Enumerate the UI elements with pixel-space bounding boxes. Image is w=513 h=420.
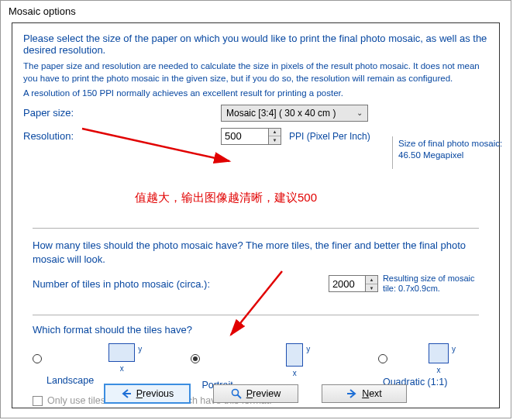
format-option-portrait[interactable]: y x Portrait bbox=[191, 343, 378, 391]
tiles-count-label: Number of tiles in photo mosaic (circa.)… bbox=[33, 278, 329, 290]
axis-x-label: x bbox=[120, 364, 124, 373]
radio-quadratic[interactable] bbox=[378, 354, 387, 363]
intro-detail-2: A resolution of 150 PPI normally achieve… bbox=[23, 88, 488, 100]
spinner-down-icon[interactable]: ▼ bbox=[269, 136, 281, 144]
resolution-unit: PPI (Pixel Per Inch) bbox=[289, 131, 370, 142]
spinner-down-icon[interactable]: ▼ bbox=[366, 284, 377, 292]
axis-x-label: x bbox=[293, 369, 297, 377]
resolution-spinner[interactable]: ▲ ▼ bbox=[221, 128, 281, 145]
resolution-input[interactable] bbox=[222, 129, 268, 144]
svg-line-3 bbox=[237, 395, 241, 399]
axis-y-label: y bbox=[306, 345, 310, 353]
paper-size-value: Mosaic [3:4] ( 30 x 40 cm ) bbox=[226, 108, 336, 119]
preview-button[interactable]: Preview bbox=[213, 384, 298, 403]
dialog-title: Mosaic options bbox=[1, 1, 511, 22]
intro-main: Please select the size of the paper on w… bbox=[23, 33, 488, 56]
next-button[interactable]: Next bbox=[322, 384, 407, 403]
arrow-right-icon bbox=[346, 388, 357, 399]
axis-y-label: y bbox=[452, 345, 456, 353]
final-size-info: Size of final photo mosaic: 46.50 Megapi… bbox=[398, 138, 507, 161]
spinner-up-icon[interactable]: ▲ bbox=[269, 129, 281, 137]
divider-2 bbox=[33, 315, 479, 315]
format-question: Which format should the tiles have? bbox=[33, 324, 479, 336]
divider-1 bbox=[33, 228, 479, 229]
format-option-landscape[interactable]: y x Landscape bbox=[33, 343, 191, 391]
tiles-count-spinner[interactable]: ▲ ▼ bbox=[329, 275, 378, 292]
tile-shape-landscape-icon bbox=[108, 343, 135, 362]
next-button-label: Next bbox=[362, 388, 382, 399]
content-panel: Please select the size of the paper on w… bbox=[12, 22, 500, 408]
paper-size-label: Paper size: bbox=[23, 107, 221, 119]
format-option-quadratic[interactable]: y x Quadratic (1:1) bbox=[378, 343, 479, 391]
annotation-text-cn: 值越大，输出图像越清晰，建议500 bbox=[135, 191, 317, 205]
magnifier-icon bbox=[231, 388, 242, 399]
axis-y-label: y bbox=[138, 345, 142, 353]
tile-result-info: Resulting size of mosaic tile: 0.7x0.9cm… bbox=[383, 274, 479, 294]
final-size-value: 46.50 Megapixel bbox=[398, 150, 507, 161]
axis-x-label: x bbox=[436, 366, 440, 374]
final-size-label: Size of final photo mosaic: bbox=[398, 138, 507, 150]
arrow-left-icon bbox=[121, 388, 132, 399]
tiles-count-input[interactable] bbox=[329, 276, 365, 291]
svg-point-2 bbox=[232, 390, 238, 396]
dialog-window: Mosaic options Please select the size of… bbox=[0, 0, 511, 418]
radio-landscape[interactable] bbox=[33, 354, 42, 363]
previous-button[interactable]: Previous bbox=[105, 384, 190, 403]
tile-shape-portrait-icon bbox=[286, 343, 303, 367]
spinner-up-icon[interactable]: ▲ bbox=[366, 276, 377, 284]
preview-button-label: Preview bbox=[246, 388, 281, 399]
intro-detail-1: The paper size and resolution are needed… bbox=[23, 60, 488, 84]
tiles-question: How many tiles should the photo mosaic h… bbox=[33, 239, 479, 266]
chevron-down-icon: ⌄ bbox=[356, 108, 363, 117]
tile-shape-quadratic-icon bbox=[429, 343, 449, 363]
radio-portrait[interactable] bbox=[191, 354, 200, 363]
resolution-label: Resolution: bbox=[23, 130, 221, 142]
paper-size-select[interactable]: Mosaic [3:4] ( 30 x 40 cm ) ⌄ bbox=[221, 105, 368, 122]
vertical-separator bbox=[392, 136, 393, 169]
tile-result-value: 0.7x0.9cm. bbox=[398, 284, 440, 293]
previous-button-label: Previous bbox=[136, 388, 174, 399]
